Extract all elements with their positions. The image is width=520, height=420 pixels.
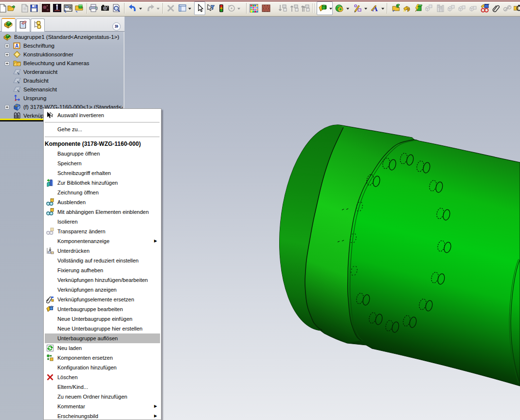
svg-text:A: A xyxy=(15,43,18,49)
